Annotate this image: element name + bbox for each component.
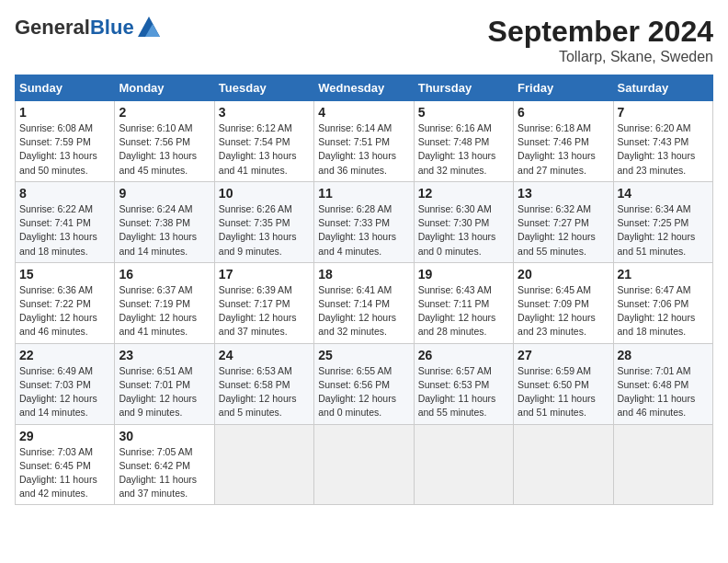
day-detail: Sunrise: 6:47 AM Sunset: 7:06 PM Dayligh… (618, 283, 709, 339)
calendar-cell: 29Sunrise: 7:03 AM Sunset: 6:45 PM Dayli… (16, 424, 115, 505)
calendar-body: 1Sunrise: 6:08 AM Sunset: 7:59 PM Daylig… (16, 101, 713, 505)
col-header-monday: Monday (115, 75, 214, 101)
day-number: 7 (618, 105, 709, 120)
calendar-cell: 24Sunrise: 6:53 AM Sunset: 6:58 PM Dayli… (214, 343, 313, 424)
calendar-cell (613, 424, 712, 505)
day-number: 24 (219, 348, 310, 362)
day-detail: Sunrise: 6:49 AM Sunset: 7:03 PM Dayligh… (19, 364, 110, 420)
day-number: 1 (19, 105, 110, 120)
day-number: 29 (19, 429, 110, 443)
calendar-cell: 11Sunrise: 6:28 AM Sunset: 7:33 PM Dayli… (314, 181, 414, 262)
col-header-sunday: Sunday (16, 75, 115, 101)
day-detail: Sunrise: 6:18 AM Sunset: 7:46 PM Dayligh… (518, 121, 609, 178)
day-number: 26 (418, 348, 509, 362)
day-detail: Sunrise: 6:28 AM Sunset: 7:33 PM Dayligh… (318, 202, 409, 259)
calendar-cell: 12Sunrise: 6:30 AM Sunset: 7:30 PM Dayli… (414, 181, 513, 262)
day-detail: Sunrise: 6:34 AM Sunset: 7:25 PM Dayligh… (618, 202, 709, 259)
calendar-cell (514, 424, 613, 505)
day-number: 12 (418, 186, 509, 201)
logo-icon (136, 15, 162, 40)
day-number: 19 (418, 267, 509, 282)
calendar-cell: 2Sunrise: 6:10 AM Sunset: 7:56 PM Daylig… (115, 101, 214, 182)
day-detail: Sunrise: 6:10 AM Sunset: 7:56 PM Dayligh… (119, 121, 210, 178)
week-row-3: 15Sunrise: 6:36 AM Sunset: 7:22 PM Dayli… (16, 262, 713, 343)
day-detail: Sunrise: 6:43 AM Sunset: 7:11 PM Dayligh… (418, 283, 509, 339)
day-number: 14 (618, 186, 709, 201)
calendar-cell: 21Sunrise: 6:47 AM Sunset: 7:06 PM Dayli… (613, 262, 712, 343)
week-row-2: 8Sunrise: 6:22 AM Sunset: 7:41 PM Daylig… (16, 181, 713, 262)
day-number: 27 (518, 348, 609, 362)
day-number: 11 (318, 186, 409, 201)
col-header-wednesday: Wednesday (314, 75, 414, 101)
calendar-cell: 4Sunrise: 6:14 AM Sunset: 7:51 PM Daylig… (314, 101, 414, 182)
day-detail: Sunrise: 6:36 AM Sunset: 7:22 PM Dayligh… (19, 283, 110, 339)
calendar-cell (414, 424, 513, 505)
day-detail: Sunrise: 6:41 AM Sunset: 7:14 PM Dayligh… (318, 283, 409, 339)
calendar-cell: 22Sunrise: 6:49 AM Sunset: 7:03 PM Dayli… (16, 343, 115, 424)
day-number: 6 (518, 105, 609, 120)
week-row-5: 29Sunrise: 7:03 AM Sunset: 6:45 PM Dayli… (16, 424, 713, 505)
week-row-4: 22Sunrise: 6:49 AM Sunset: 7:03 PM Dayli… (16, 343, 713, 424)
calendar-cell: 10Sunrise: 6:26 AM Sunset: 7:35 PM Dayli… (214, 181, 313, 262)
title-block: September 2024 Tollarp, Skane, Sweden (488, 15, 713, 65)
day-number: 18 (318, 267, 409, 282)
day-detail: Sunrise: 6:12 AM Sunset: 7:54 PM Dayligh… (219, 121, 310, 178)
day-detail: Sunrise: 6:24 AM Sunset: 7:38 PM Dayligh… (119, 202, 210, 259)
day-number: 9 (119, 186, 210, 201)
day-number: 23 (119, 348, 210, 362)
day-number: 25 (318, 348, 409, 362)
day-detail: Sunrise: 6:16 AM Sunset: 7:48 PM Dayligh… (418, 121, 509, 178)
day-detail: Sunrise: 6:57 AM Sunset: 6:53 PM Dayligh… (418, 364, 509, 420)
col-header-tuesday: Tuesday (214, 75, 313, 101)
calendar-header: SundayMondayTuesdayWednesdayThursdayFrid… (16, 75, 713, 101)
calendar-cell: 5Sunrise: 6:16 AM Sunset: 7:48 PM Daylig… (414, 101, 513, 182)
day-detail: Sunrise: 6:37 AM Sunset: 7:19 PM Dayligh… (119, 283, 210, 339)
col-header-saturday: Saturday (613, 75, 712, 101)
calendar-cell: 17Sunrise: 6:39 AM Sunset: 7:17 PM Dayli… (214, 262, 313, 343)
day-detail: Sunrise: 6:22 AM Sunset: 7:41 PM Dayligh… (19, 202, 110, 259)
calendar-cell: 28Sunrise: 7:01 AM Sunset: 6:48 PM Dayli… (613, 343, 712, 424)
day-detail: Sunrise: 6:14 AM Sunset: 7:51 PM Dayligh… (318, 121, 409, 178)
day-number: 4 (318, 105, 409, 120)
day-number: 13 (518, 186, 609, 201)
day-detail: Sunrise: 7:05 AM Sunset: 6:42 PM Dayligh… (119, 445, 210, 501)
calendar-cell: 26Sunrise: 6:57 AM Sunset: 6:53 PM Dayli… (414, 343, 513, 424)
calendar-cell (314, 424, 414, 505)
day-detail: Sunrise: 7:03 AM Sunset: 6:45 PM Dayligh… (19, 445, 110, 501)
day-detail: Sunrise: 7:01 AM Sunset: 6:48 PM Dayligh… (618, 364, 709, 420)
day-detail: Sunrise: 6:20 AM Sunset: 7:43 PM Dayligh… (618, 121, 709, 178)
calendar-cell: 14Sunrise: 6:34 AM Sunset: 7:25 PM Dayli… (613, 181, 712, 262)
calendar-cell: 19Sunrise: 6:43 AM Sunset: 7:11 PM Dayli… (414, 262, 513, 343)
day-detail: Sunrise: 6:55 AM Sunset: 6:56 PM Dayligh… (318, 364, 409, 420)
day-number: 8 (19, 186, 110, 201)
day-number: 3 (219, 105, 310, 120)
calendar-cell: 6Sunrise: 6:18 AM Sunset: 7:46 PM Daylig… (514, 101, 613, 182)
calendar-cell: 20Sunrise: 6:45 AM Sunset: 7:09 PM Dayli… (514, 262, 613, 343)
header-row: SundayMondayTuesdayWednesdayThursdayFrid… (16, 75, 713, 101)
col-header-friday: Friday (514, 75, 613, 101)
day-detail: Sunrise: 6:45 AM Sunset: 7:09 PM Dayligh… (518, 283, 609, 339)
day-number: 21 (618, 267, 709, 282)
day-number: 30 (119, 429, 210, 443)
calendar-cell (214, 424, 313, 505)
day-detail: Sunrise: 6:32 AM Sunset: 7:27 PM Dayligh… (518, 202, 609, 259)
day-number: 15 (19, 267, 110, 282)
logo-general-text: General (15, 16, 90, 39)
calendar-cell: 13Sunrise: 6:32 AM Sunset: 7:27 PM Dayli… (514, 181, 613, 262)
calendar-cell: 9Sunrise: 6:24 AM Sunset: 7:38 PM Daylig… (115, 181, 214, 262)
day-detail: Sunrise: 6:39 AM Sunset: 7:17 PM Dayligh… (219, 283, 310, 339)
calendar-cell: 18Sunrise: 6:41 AM Sunset: 7:14 PM Dayli… (314, 262, 414, 343)
day-detail: Sunrise: 6:26 AM Sunset: 7:35 PM Dayligh… (219, 202, 310, 259)
day-number: 22 (19, 348, 110, 362)
calendar-cell: 15Sunrise: 6:36 AM Sunset: 7:22 PM Dayli… (16, 262, 115, 343)
calendar-cell: 3Sunrise: 6:12 AM Sunset: 7:54 PM Daylig… (214, 101, 313, 182)
col-header-thursday: Thursday (414, 75, 513, 101)
logo-blue-text: Blue (90, 16, 134, 39)
page-title: September 2024 (488, 15, 713, 49)
calendar-table: SundayMondayTuesdayWednesdayThursdayFrid… (15, 75, 713, 505)
day-number: 2 (119, 105, 210, 120)
calendar-cell: 16Sunrise: 6:37 AM Sunset: 7:19 PM Dayli… (115, 262, 214, 343)
day-detail: Sunrise: 6:53 AM Sunset: 6:58 PM Dayligh… (219, 364, 310, 420)
day-number: 10 (219, 186, 310, 201)
calendar-cell: 8Sunrise: 6:22 AM Sunset: 7:41 PM Daylig… (16, 181, 115, 262)
